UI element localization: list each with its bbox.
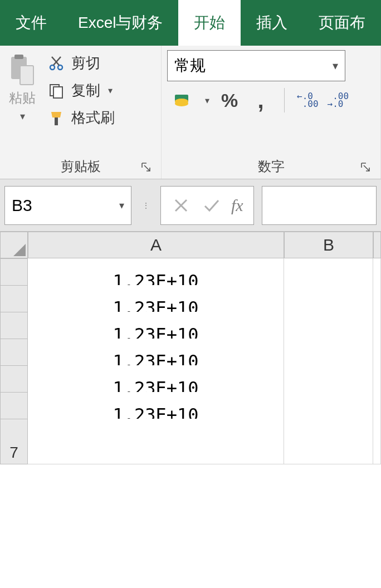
ribbon: 粘贴 ▾ 剪切 复制 ▾ [0, 46, 381, 179]
cut-label: 剪切 [71, 53, 100, 73]
group-clipboard-label: 剪贴板 [61, 159, 101, 174]
cell[interactable] [373, 419, 381, 464]
svg-rect-8 [53, 87, 62, 98]
cut-button[interactable]: 剪切 [47, 53, 115, 73]
increase-decimal-button[interactable]: ←.0 .00 [297, 92, 319, 108]
cancel-icon[interactable] [171, 195, 191, 215]
formula-bar-row: B3 ▾ ⋮ fx [0, 179, 381, 232]
number-format-select[interactable]: 常规 ▾ [167, 50, 345, 81]
formula-actions: fx [160, 186, 254, 225]
svg-rect-9 [55, 117, 58, 125]
expand-formula-bar-icon[interactable]: ⋮ [139, 194, 153, 217]
paste-icon [8, 53, 37, 87]
copy-icon [47, 81, 66, 100]
column-header-B[interactable]: B [284, 232, 373, 258]
tabstrip: 文件 Excel与财务 开始 插入 页面布 [0, 0, 381, 46]
name-box[interactable]: B3 ▾ [4, 186, 131, 225]
separator [284, 88, 285, 112]
copy-label: 复制 [71, 81, 100, 100]
paste-button[interactable]: 粘贴 ▾ [6, 50, 39, 122]
chevron-down-icon[interactable]: ▾ [205, 95, 209, 106]
format-painter-icon [47, 109, 66, 128]
format-painter-button[interactable]: 格式刷 [47, 108, 115, 128]
dialog-launcher-icon[interactable] [141, 162, 151, 172]
chevron-down-icon[interactable]: ▾ [119, 199, 124, 212]
chevron-down-icon[interactable]: ▾ [108, 85, 113, 96]
dialog-launcher-icon[interactable] [360, 162, 370, 172]
svg-point-4 [58, 65, 62, 70]
svg-point-12 [175, 101, 188, 106]
scissors-icon [47, 54, 66, 73]
decrease-decimal-button[interactable]: .00→.0 [328, 92, 349, 108]
copy-button[interactable]: 复制 ▾ [47, 81, 115, 100]
spreadsheet-grid: A B 1 1.23E+10 2 1.23E+10 3 1.23E+10 4 1… [0, 232, 381, 445]
cell[interactable] [284, 419, 373, 464]
comma-button[interactable]: , [250, 89, 272, 111]
svg-point-3 [50, 65, 55, 70]
percent-button[interactable]: % [218, 89, 241, 111]
select-all-corner[interactable] [0, 232, 28, 258]
number-format-value: 常规 [174, 55, 206, 76]
column-header-A[interactable]: A [28, 232, 284, 258]
tab-custom[interactable]: Excel与财务 [62, 0, 178, 46]
column-header-edge [373, 232, 381, 258]
fx-icon[interactable]: fx [231, 196, 243, 215]
accounting-format-button[interactable] [172, 89, 194, 111]
cell[interactable] [28, 419, 284, 464]
chevron-down-icon: ▾ [333, 59, 338, 72]
group-clipboard: 粘贴 ▾ 剪切 复制 ▾ [0, 46, 162, 179]
tab-file[interactable]: 文件 [0, 0, 62, 46]
tab-insert[interactable]: 插入 [241, 0, 303, 46]
formula-input[interactable] [262, 186, 377, 225]
row-header[interactable]: 7 [0, 419, 28, 464]
paste-label: 粘贴 [9, 89, 36, 107]
svg-rect-2 [20, 66, 33, 85]
name-box-value: B3 [12, 196, 32, 215]
svg-rect-1 [14, 55, 23, 59]
tab-page-layout[interactable]: 页面布 [303, 0, 381, 46]
tab-home[interactable]: 开始 [178, 0, 241, 46]
group-number: 常规 ▾ ▾ % , ←.0 .00 .00→.0 数字 [162, 46, 381, 179]
paste-dropdown-icon[interactable]: ▾ [20, 110, 25, 122]
enter-icon[interactable] [201, 195, 221, 215]
format-painter-label: 格式刷 [71, 108, 115, 128]
group-number-label: 数字 [258, 159, 285, 174]
